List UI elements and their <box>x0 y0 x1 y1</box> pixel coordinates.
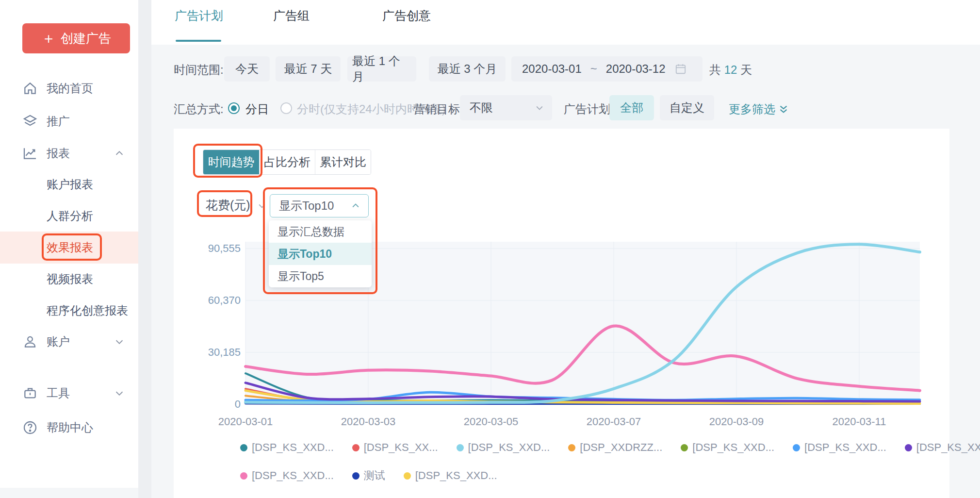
sidebar-subitem-label: 人群分析 <box>47 208 93 224</box>
sidebar: ＋ 创建广告 我的首页 推广 报表 账户报表 <box>0 0 138 488</box>
sidebar-subitem-effect-report[interactable]: 效果报表 <box>0 232 138 263</box>
x-tick-0309: 2020-03-09 <box>688 415 785 428</box>
y-tick-0: 0 <box>192 398 241 411</box>
chart-icon <box>22 146 38 161</box>
legend-dot-icon <box>905 444 912 451</box>
legend-item[interactable]: 测试 <box>352 468 385 483</box>
legend-label: [DSP_KS_XXD... <box>804 441 886 454</box>
create-ad-label: 创建广告 <box>61 30 111 47</box>
legend-dot-icon <box>240 444 247 451</box>
sidebar-item-label: 报表 <box>47 146 70 161</box>
y-tick-60370: 60,370 <box>192 294 241 307</box>
layers-icon <box>22 114 38 129</box>
y-tick-90555: 90,555 <box>192 242 241 255</box>
sidebar-item-home[interactable]: 我的首页 <box>0 73 138 104</box>
chevron-down-icon <box>114 388 125 398</box>
sidebar-item-promotion[interactable]: 推广 <box>0 106 138 137</box>
sidebar-subitem-label: 程序化创意报表 <box>47 303 128 318</box>
sidebar-subitem-label: 视频报表 <box>47 271 93 287</box>
sidebar-item-account[interactable]: 账户 <box>0 326 138 357</box>
sidebar-item-reports[interactable]: 报表 <box>0 138 138 169</box>
sidebar-subitem-label: 账户报表 <box>47 177 93 192</box>
sidebar-subitem-programmatic-creative-report[interactable]: 程序化创意报表 <box>0 295 138 326</box>
create-ad-button[interactable]: ＋ 创建广告 <box>22 23 130 53</box>
y-tick-30185: 30,185 <box>192 346 241 359</box>
legend-dot-icon <box>404 472 411 480</box>
plus-icon: ＋ <box>41 31 56 46</box>
legend-item[interactable]: [DSP_KS_XXD... <box>457 441 550 454</box>
sidebar-item-label: 我的首页 <box>47 81 93 96</box>
chart-legend-row-2: [DSP_KS_XXD...测试[DSP_KS_XXD... <box>240 466 497 485</box>
legend-dot-icon <box>568 444 575 451</box>
option-show-summary[interactable]: 显示汇总数据 <box>269 220 372 243</box>
sidebar-subitem-label: 效果报表 <box>47 240 93 255</box>
legend-dot-icon <box>793 444 800 451</box>
help-icon <box>22 420 38 435</box>
legend-label: [DSP_KS_XXD... <box>692 441 774 454</box>
legend-item[interactable]: [DSP_KS_XXD... <box>240 441 334 454</box>
page: 广告计划 广告组 广告创意 ＋ 创建广告 我的首页 推广 报表 <box>0 0 980 498</box>
sidebar-subitem-account-report[interactable]: 账户报表 <box>0 169 138 200</box>
legend-item[interactable]: [DSP_KS_XXD... <box>240 469 334 482</box>
option-show-top5[interactable]: 显示Top5 <box>269 265 372 287</box>
chevron-up-icon <box>351 201 360 211</box>
chart-legend-row-1: [DSP_KS_XXD...[DSP_KS_XX...[DSP_KS_XXD..… <box>240 438 980 457</box>
chevron-down-icon <box>114 336 125 347</box>
legend-item[interactable]: [DSP_KS_XXD... <box>793 441 886 454</box>
user-icon <box>22 334 38 349</box>
legend-label: [DSP_KS_XXD... <box>415 469 497 482</box>
legend-label: [DSP_KS_XX... <box>364 441 438 454</box>
legend-label: [DSP_KS_XXD... <box>468 441 550 454</box>
legend-dot-icon <box>681 444 688 451</box>
legend-label: [DSP_KS_XXD... <box>916 441 980 454</box>
sidebar-item-label: 账户 <box>47 334 70 349</box>
x-tick-0311: 2020-03-11 <box>811 415 908 428</box>
legend-dot-icon <box>352 472 359 480</box>
sidebar-item-tools[interactable]: 工具 <box>0 378 138 409</box>
legend-item[interactable]: [DSP_KS_XXD... <box>404 469 497 482</box>
sidebar-item-help-center[interactable]: 帮助中心 <box>0 412 138 443</box>
legend-label: 测试 <box>364 468 385 483</box>
x-tick-0303: 2020-03-03 <box>320 415 417 428</box>
home-icon <box>22 81 38 96</box>
legend-item[interactable]: [DSP_KS_XXD... <box>905 441 980 454</box>
legend-label: [DSP_KS_XXD... <box>252 469 334 482</box>
legend-item[interactable]: [DSP_KS_XXD... <box>681 441 774 454</box>
sidebar-subitem-video-report[interactable]: 视频报表 <box>0 264 138 295</box>
toolbox-icon <box>22 385 38 401</box>
sidebar-item-label: 帮助中心 <box>47 420 93 435</box>
legend-item[interactable]: [DSP_KS_XX... <box>352 441 438 454</box>
top-n-dropdown-menu: 显示汇总数据 显示Top10 显示Top5 <box>269 220 372 287</box>
x-tick-0305: 2020-03-05 <box>442 415 539 428</box>
top-n-select-value: 显示Top10 <box>279 198 334 214</box>
legend-label: [DSP_XXDRZZ... <box>580 441 662 454</box>
legend-dot-icon <box>352 444 359 451</box>
x-tick-0301: 2020-03-01 <box>197 415 294 428</box>
legend-dot-icon <box>457 444 464 451</box>
sidebar-item-label: 工具 <box>47 385 70 401</box>
chevron-up-icon <box>114 148 125 159</box>
legend-dot-icon <box>240 472 247 480</box>
legend-label: [DSP_KS_XXD... <box>252 441 334 454</box>
option-show-top10[interactable]: 显示Top10 <box>269 243 372 265</box>
x-tick-0307: 2020-03-07 <box>565 415 662 428</box>
sidebar-subitem-audience-analysis[interactable]: 人群分析 <box>0 200 138 232</box>
top-n-select[interactable]: 显示Top10 <box>270 194 369 217</box>
legend-item[interactable]: [DSP_XXDRZZ... <box>568 441 662 454</box>
sidebar-item-label: 推广 <box>47 114 70 129</box>
